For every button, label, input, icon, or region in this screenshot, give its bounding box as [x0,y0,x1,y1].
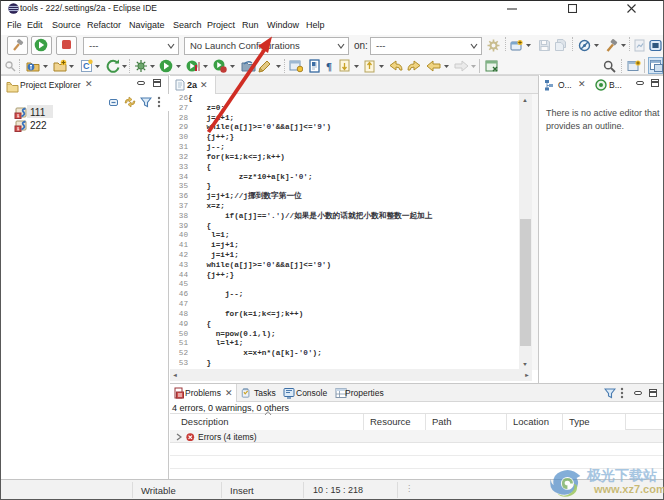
svg-text:¶: ¶ [326,60,332,72]
